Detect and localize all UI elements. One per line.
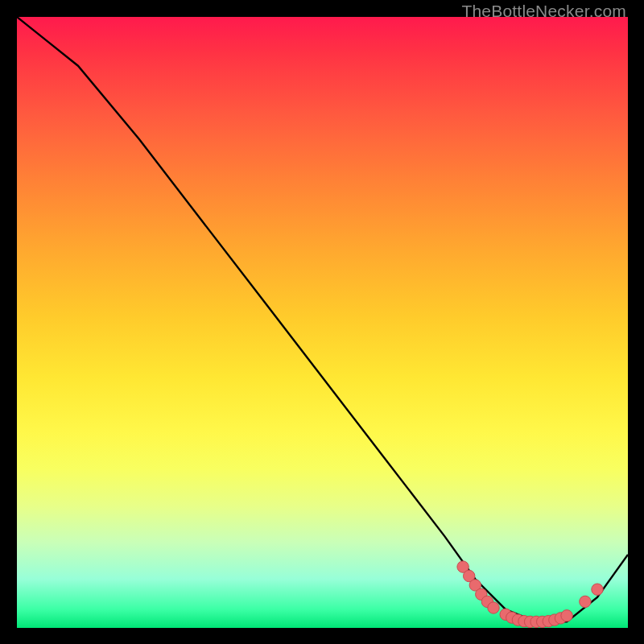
bottleneck-curve-path (17, 17, 628, 621)
chart-frame: TheBottleNecker.com (0, 0, 644, 644)
curve-marker (580, 596, 591, 607)
curve-marker (561, 610, 572, 621)
curve-marker (488, 602, 499, 613)
watermark-text: TheBottleNecker.com (461, 2, 626, 21)
marker-group (457, 561, 603, 628)
curve-marker (592, 584, 603, 595)
plot-area (17, 17, 628, 628)
bottleneck-curve-svg (17, 17, 628, 628)
